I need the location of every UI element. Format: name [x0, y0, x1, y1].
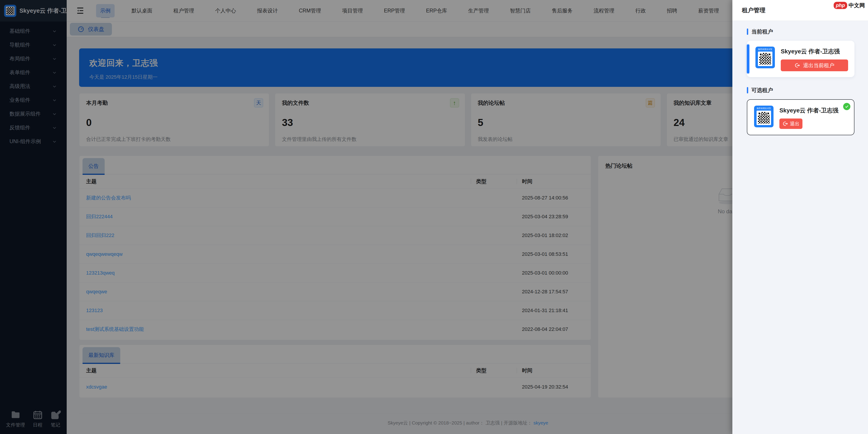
logout-current-tenant-button[interactable]: 退出当前租户 [781, 59, 848, 71]
tenant-info: Skyeye云 作者-卫志强 退出当前租户 [781, 47, 848, 71]
php-logo: php [834, 2, 847, 9]
qr-caption: 推荐使用支付宝 [757, 107, 771, 110]
php-cn-watermark: php 中文网 [834, 2, 865, 9]
qr-caption: 推荐使用支付宝 [758, 48, 772, 51]
tenant-drawer: 租户管理 当前租户 推荐使用支付宝 Skyeye云 作者-卫志强 退出当前租户 … [733, 0, 868, 434]
selected-check-icon [843, 103, 850, 110]
button-label: 退出 [790, 120, 800, 127]
watermark-text: 中文网 [848, 2, 865, 9]
current-tenant-section-label: 当前租户 [747, 28, 855, 35]
section-accent-bar [747, 87, 748, 93]
tenant-info: Skyeye云 作者-卫志强 退出 [779, 106, 848, 129]
section-accent-bar [747, 29, 748, 35]
qr-code [756, 111, 771, 125]
logout-icon [795, 63, 800, 68]
drawer-title: 租户管理 [742, 6, 765, 14]
section-title: 当前租户 [751, 28, 773, 35]
modal-overlay[interactable] [0, 0, 733, 434]
optional-tenant-card[interactable]: 推荐使用支付宝 Skyeye云 作者-卫志强 退出 [747, 99, 855, 135]
tenant-name: Skyeye云 作者-卫志强 [781, 48, 848, 55]
current-tenant-card: 推荐使用支付宝 Skyeye云 作者-卫志强 退出当前租户 [747, 41, 855, 77]
tenant-qr-avatar: 推荐使用支付宝 [754, 106, 774, 127]
qr-code [758, 52, 772, 66]
logout-tenant-button[interactable]: 退出 [779, 118, 802, 129]
logout-icon [782, 121, 788, 126]
optional-tenant-section-label: 可选租户 [747, 87, 855, 94]
button-label: 退出当前租户 [803, 62, 834, 69]
drawer-body: 当前租户 推荐使用支付宝 Skyeye云 作者-卫志强 退出当前租户 可选租户 [733, 21, 868, 434]
tenant-qr-avatar: 推荐使用支付宝 [755, 47, 775, 68]
tenant-name: Skyeye云 作者-卫志强 [779, 107, 848, 114]
section-title: 可选租户 [751, 87, 773, 94]
